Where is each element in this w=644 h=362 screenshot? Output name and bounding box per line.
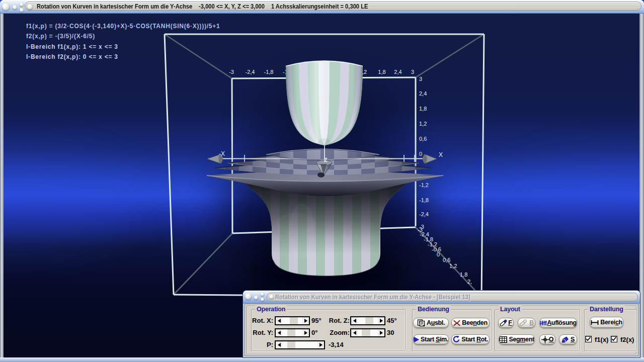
svg-text:-X: -X (219, 150, 225, 157)
svg-text:3: 3 (419, 76, 422, 82)
svg-text:f2(x,p) = -(3/5)/(X-6/5): f2(x,p) = -(3/5)/(X-6/5) (26, 33, 95, 40)
svg-text:1,2: 1,2 (449, 263, 457, 269)
svg-text:-2,4: -2,4 (246, 69, 255, 75)
svg-text:0,6: 0,6 (419, 136, 427, 142)
svg-text:1,8: 1,8 (378, 69, 385, 75)
svg-text:2,4: 2,4 (419, 90, 427, 97)
svg-text:1,2: 1,2 (419, 121, 427, 127)
svg-text:I-Bereich f2(x,p): 0 <= x <= 3: I-Bereich f2(x,p): 0 <= x <= 3 (26, 53, 118, 60)
svg-text:-1,8: -1,8 (419, 197, 429, 203)
svg-text:1,8: 1,8 (460, 272, 467, 278)
svg-text:0: 0 (437, 251, 440, 257)
svg-text:-3: -3 (229, 69, 234, 75)
svg-text:I-Bereich f1(x,p): 1 <= x <= 3: I-Bereich f1(x,p): 1 <= x <= 3 (26, 43, 118, 50)
svg-text:1,8: 1,8 (419, 106, 427, 112)
svg-text:-1,8: -1,8 (264, 69, 274, 75)
svg-text:3: 3 (411, 69, 414, 75)
svg-text:0,6: 0,6 (443, 257, 450, 263)
svg-text:2,4: 2,4 (394, 69, 401, 75)
svg-text:2,: 2, (467, 279, 472, 285)
svg-text:X: X (439, 151, 443, 158)
svg-text:f1(x,p) = (3/2·COS(4·(-3,140)+: f1(x,p) = (3/2·COS(4·(-3,140)+X)-5·COS(T… (26, 23, 220, 30)
svg-text:Z: Z (324, 157, 328, 163)
svg-text:-2,4: -2,4 (419, 211, 429, 217)
